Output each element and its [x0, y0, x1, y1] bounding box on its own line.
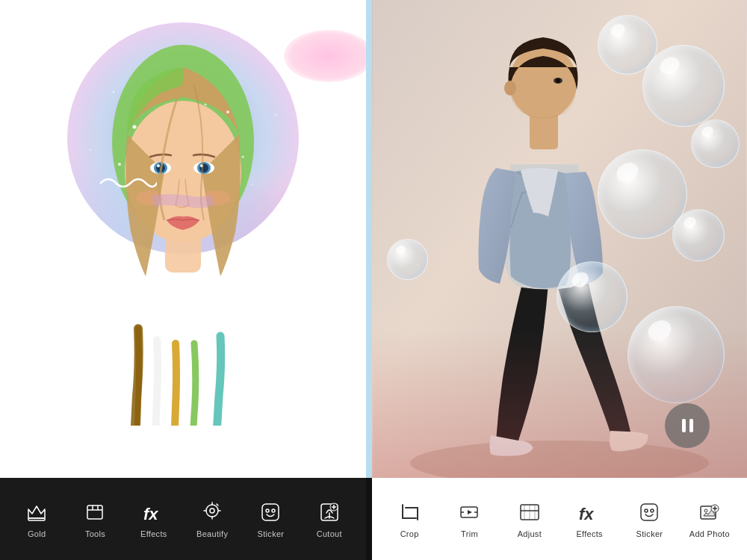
svg-point-16 — [118, 163, 121, 166]
tool-effects-right-label: Effects — [576, 529, 603, 538]
tool-tools-label: Tools — [85, 529, 105, 538]
pause-button[interactable] — [665, 403, 710, 448]
svg-marker-47 — [468, 510, 472, 514]
svg-rect-38 — [262, 504, 279, 520]
svg-rect-25 — [28, 518, 45, 520]
tool-effects-right[interactable]: fx Effects — [567, 500, 612, 538]
bubble-7 — [627, 306, 725, 403]
tool-beautify[interactable]: Beautify — [190, 500, 235, 538]
panel-divider — [366, 0, 372, 478]
tool-sticker[interactable]: Sticker — [248, 500, 293, 538]
svg-line-37 — [217, 504, 218, 505]
tool-gold-label: Gold — [28, 529, 46, 538]
pause-icon — [682, 419, 693, 432]
crop-icon — [397, 500, 422, 525]
left-toolbar: Gold Tools fx — [0, 478, 366, 560]
tool-adjust[interactable]: Adjust — [507, 500, 552, 538]
photo-background — [372, 0, 747, 478]
tool-crop-label: Crop — [400, 529, 419, 538]
tool-sticker-label: Sticker — [258, 529, 285, 538]
artwork-container — [0, 0, 366, 478]
right-panel — [372, 0, 747, 478]
pink-cloud — [284, 30, 366, 82]
adjust-icon — [517, 500, 542, 525]
tool-adjust-label: Adjust — [518, 529, 542, 538]
bottom-divider — [366, 478, 372, 560]
svg-point-31 — [206, 505, 218, 517]
svg-text:fx: fx — [143, 505, 158, 523]
tool-crop[interactable]: Crop — [387, 500, 432, 538]
main-content — [0, 0, 747, 478]
svg-point-57 — [645, 509, 648, 512]
svg-point-17 — [205, 104, 207, 106]
right-toolbar: Crop Trim — [372, 478, 747, 560]
trim-icon — [456, 500, 482, 525]
tool-trim-label: Trim — [461, 529, 478, 538]
svg-point-39 — [266, 509, 269, 512]
tool-beautify-label: Beautify — [196, 529, 228, 538]
svg-rect-26 — [87, 505, 102, 519]
cutout-icon — [317, 500, 342, 525]
svg-point-13 — [133, 125, 137, 129]
tool-cutout-label: Cutout — [317, 529, 342, 538]
pause-bar-right — [689, 419, 693, 432]
svg-text:fx: fx — [579, 505, 594, 523]
left-panel — [0, 0, 366, 478]
svg-point-58 — [651, 509, 654, 512]
svg-point-6 — [157, 164, 160, 167]
fx-right-icon: fx — [577, 500, 602, 525]
svg-point-15 — [242, 156, 244, 158]
svg-point-60 — [704, 509, 707, 512]
crown-icon — [24, 500, 49, 525]
fx-icon: fx — [141, 500, 167, 525]
svg-point-24 — [504, 81, 516, 96]
tool-add-photo[interactable]: Add Photo — [687, 500, 732, 538]
tool-gold[interactable]: Gold — [14, 500, 59, 538]
svg-point-23 — [556, 78, 560, 83]
bubble-6 — [557, 261, 627, 332]
portrait — [78, 7, 288, 426]
tool-tools[interactable]: Tools — [72, 500, 117, 538]
squiggle-decoration — [97, 172, 157, 193]
bubble-2 — [642, 45, 725, 127]
svg-point-40 — [272, 509, 275, 512]
sticker-icon — [258, 500, 283, 525]
tools-icon — [82, 500, 108, 525]
tool-trim[interactable]: Trim — [447, 500, 492, 538]
svg-rect-56 — [641, 504, 657, 520]
tool-effects[interactable]: fx Effects — [131, 500, 176, 538]
pause-bar-left — [682, 419, 686, 432]
tool-sticker-right-label: Sticker — [636, 529, 663, 538]
sticker-right-icon — [636, 500, 662, 525]
tool-effects-label: Effects — [140, 529, 167, 538]
bubble-5 — [387, 239, 428, 280]
tool-sticker-right[interactable]: Sticker — [627, 500, 672, 538]
bubble-3 — [691, 119, 740, 168]
add-photo-icon — [697, 500, 722, 525]
bottom-container: Gold Tools fx — [0, 478, 747, 560]
tool-cutout[interactable]: Cutout — [307, 500, 352, 538]
beautify-icon — [199, 500, 225, 525]
bubble-8 — [672, 209, 725, 261]
app-container: Gold Tools fx — [0, 0, 747, 560]
tool-add-photo-label: Add Photo — [689, 529, 730, 538]
svg-point-32 — [210, 508, 214, 513]
svg-point-14 — [226, 111, 229, 113]
